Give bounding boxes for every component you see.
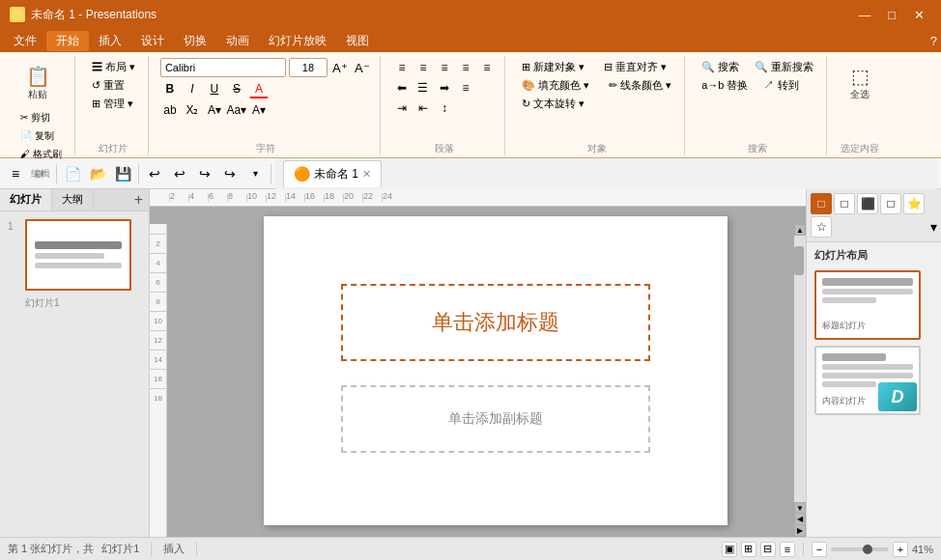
panel-tab-outline[interactable]: 大纲 [52, 189, 94, 210]
menu-insert[interactable]: 插入 [89, 31, 131, 51]
zoom-view-btn3[interactable]: ⊟ [760, 542, 776, 557]
rp-btn-3[interactable]: ⬛ [857, 193, 878, 214]
font-name-selector[interactable] [160, 58, 286, 77]
slide-item-1[interactable]: 1 [8, 219, 141, 291]
rp-btn-4[interactable]: □ [880, 193, 901, 214]
save-button[interactable]: 💾 [111, 162, 134, 185]
select-all-button[interactable]: ⬚ 全选 [844, 58, 875, 108]
case-button[interactable]: Aa▾ [227, 100, 246, 120]
para-btn3[interactable]: ≡ [435, 58, 454, 77]
bullets-button[interactable]: ≡ [392, 58, 412, 77]
font-style-button[interactable]: A▾ [249, 100, 269, 120]
rp-btn-star[interactable]: ⭐ [903, 193, 925, 214]
font-color2-button[interactable]: A▾ [205, 100, 224, 120]
ribbon-group-edit: 📋 粘贴 ✂ 剪切 📄 复制 🖌 格式刷 编辑 [8, 56, 75, 155]
replace-button[interactable]: a→b 替换 [697, 76, 753, 94]
paste-button[interactable]: 📋 粘贴 [15, 58, 60, 108]
menu-slideshow[interactable]: 幻灯片放映 [259, 31, 336, 51]
increase-font-button[interactable]: A⁺ [330, 58, 350, 77]
indent-less-button[interactable]: ⇤ [413, 98, 433, 118]
layout-item-1[interactable]: 标题幻灯片 [814, 270, 921, 340]
scroll-next-slide-button[interactable]: ▶ [794, 525, 806, 537]
fill-color-button[interactable]: 🎨 填充颜色 ▾ [517, 76, 594, 94]
scroll-down-button[interactable]: ▼ [794, 502, 806, 514]
zoom-view-btn1[interactable]: ▣ [722, 542, 737, 557]
scroll-up-button[interactable]: ▲ [794, 224, 806, 236]
text-rotate-button[interactable]: ↻ 文本旋转 ▾ [517, 95, 589, 112]
search-button[interactable]: 🔍 搜索 [697, 58, 744, 75]
para-btn5[interactable]: ≡ [477, 58, 497, 77]
zoom-slider[interactable] [831, 547, 889, 551]
line-spacing-button[interactable]: ↕ [435, 98, 454, 118]
menu-transition[interactable]: 切换 [174, 31, 216, 51]
zoom-view-btn4[interactable]: ≡ [780, 542, 795, 557]
align-center-button[interactable]: ☰ [413, 78, 433, 98]
vscrollbar[interactable]: ▲ ▼ ◀ ▶ [794, 224, 806, 537]
undo-button[interactable]: ↩ [143, 162, 166, 185]
format-ab-button[interactable]: ab [160, 100, 180, 120]
zoom-slider-thumb[interactable] [863, 545, 872, 554]
panel-add-button[interactable]: + [128, 189, 149, 210]
menu-file[interactable]: 文件 [4, 31, 46, 51]
panel-tab-slides[interactable]: 幻灯片 [0, 189, 52, 210]
subtitle-placeholder[interactable]: 单击添加副标题 [341, 385, 650, 453]
more-button[interactable]: ▾ [243, 162, 267, 185]
re-search-button[interactable]: 🔍 重新搜索 [750, 58, 818, 75]
rp-btn-star2[interactable]: ☆ [811, 216, 832, 238]
underline-button[interactable]: U [205, 79, 224, 98]
minimize-button[interactable]: — [852, 5, 877, 24]
open-button[interactable]: 📂 [86, 162, 109, 185]
redo2-button[interactable]: ↪ [218, 162, 242, 185]
bold-button[interactable]: B [160, 79, 180, 98]
doc-tab-close[interactable]: ✕ [362, 168, 371, 181]
help-button[interactable]: ? [930, 34, 937, 48]
numbering-button[interactable]: ≡ [413, 58, 433, 77]
layout-button[interactable]: ☰ 布局 ▾ [87, 58, 140, 75]
italic-button[interactable]: I [183, 79, 202, 98]
menu-design[interactable]: 设计 [131, 31, 174, 51]
doc-tab[interactable]: 🟠 未命名 1 ✕ [283, 160, 382, 187]
menu-animation[interactable]: 动画 [216, 31, 259, 51]
layout-item-2[interactable]: D 内容幻灯片 [814, 346, 921, 415]
indent-more-button[interactable]: ⇥ [392, 98, 412, 118]
scroll-thumb[interactable] [794, 246, 804, 275]
rp-btn-1[interactable]: □ [811, 193, 832, 214]
justify-button[interactable]: ≡ [456, 78, 475, 98]
align-left-button[interactable]: ⬅ [392, 78, 412, 98]
font-size-selector[interactable] [289, 58, 328, 77]
toolbar-nav2[interactable]: ☞ [29, 162, 52, 185]
new-button[interactable]: 📄 [61, 162, 84, 185]
menu-home[interactable]: 开始 [46, 31, 89, 51]
strikethrough-button[interactable]: S [227, 79, 246, 98]
close-button[interactable]: ✕ [906, 5, 931, 24]
line-color-button[interactable]: ✏ 线条颜色 ▾ [604, 76, 676, 94]
new-object-button[interactable]: ⊞ 新建对象 ▾ [517, 58, 589, 75]
rp-expand-button[interactable]: ▾ [930, 219, 937, 235]
zoom-out-button[interactable]: − [812, 542, 827, 557]
maximize-button[interactable]: □ [879, 5, 904, 24]
title-placeholder[interactable]: 单击添加标题 [341, 284, 650, 361]
toolbar-nav1[interactable]: ≡ [4, 162, 27, 185]
ruler-mark-22: 22 [362, 194, 382, 202]
align-right-button[interactable]: ➡ [435, 78, 454, 98]
copy-button[interactable]: 📄 复制 [15, 127, 59, 145]
zoom-view-btn2[interactable]: ⊞ [741, 542, 756, 557]
redo-button[interactable]: ↪ [193, 162, 216, 185]
ruler-mark-8: 8 [227, 194, 246, 202]
menu-view[interactable]: 视图 [336, 31, 379, 51]
reset-button[interactable]: ↺ 重置 [87, 76, 129, 94]
slide-label-1: 幻灯片1 [25, 296, 141, 310]
cut-button[interactable]: ✂ 剪切 [15, 109, 55, 126]
scroll-prev-slide-button[interactable]: ◀ [794, 514, 806, 525]
manage-button[interactable]: ⊞ 管理 ▾ [87, 95, 138, 112]
undo2-button[interactable]: ↩ [168, 162, 191, 185]
decrease-font-button[interactable]: A⁻ [353, 58, 372, 77]
para-btn4[interactable]: ≡ [456, 58, 475, 77]
format-painter-button[interactable]: 🖌 格式刷 [15, 146, 67, 163]
font-color-button[interactable]: A [249, 79, 269, 98]
goto-button[interactable]: ↗ 转到 [758, 76, 803, 94]
rp-btn-2[interactable]: □ [834, 193, 855, 214]
zoom-in-button[interactable]: + [893, 542, 908, 557]
subscript-button[interactable]: X₂ [183, 100, 202, 120]
vertical-align-button[interactable]: ⊟ 垂直对齐 ▾ [599, 58, 671, 75]
